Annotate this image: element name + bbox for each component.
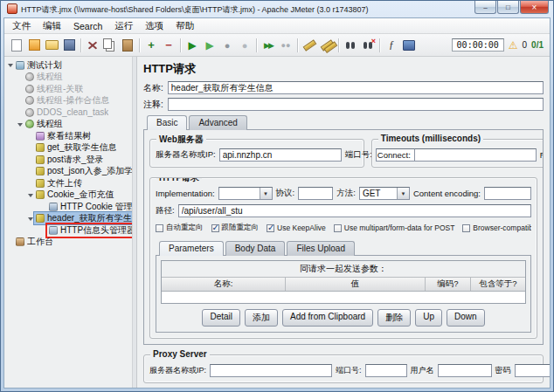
implementation-select[interactable]: ▼ (218, 187, 273, 200)
tab-files-upload[interactable]: Files Upload (287, 241, 355, 256)
minimize-button[interactable]: – (474, 1, 496, 14)
remote-stop-all-icon[interactable]: ●● (277, 37, 294, 53)
tab-body-data[interactable]: Body Data (225, 241, 286, 256)
clear-icon[interactable] (301, 37, 318, 53)
tree-item-workbench[interactable]: 工作台 (4, 237, 132, 249)
tree-item-thread-group-caozuo[interactable]: 线程组-操作合信息 (4, 95, 132, 107)
column-encode[interactable]: 编码? (426, 278, 471, 291)
browser-compatible-headers-checkbox[interactable]: Browser-compatible headers (462, 224, 531, 232)
content-encoding-input[interactable] (484, 187, 531, 200)
tree-item-view-results-tree[interactable]: 察看结果树 (4, 130, 132, 142)
follow-redirects-checkbox[interactable]: 跟随重定向 (211, 223, 260, 233)
parameters-table-body[interactable] (162, 292, 525, 303)
tree-item-test-plan[interactable]: 测试计划 (4, 59, 132, 72)
menu-options[interactable]: 选项 (139, 19, 170, 33)
new-file-icon[interactable] (8, 37, 25, 53)
http-sampler-icon (36, 214, 45, 223)
titlebar[interactable]: HTTP请求.jmx (\\vmware-host\Shared Folders… (3, 1, 551, 17)
column-value[interactable]: 值 (286, 278, 426, 291)
jmeter-window: HTTP请求.jmx (\\vmware-host\Shared Folders… (0, 0, 554, 392)
toolbar-separator (139, 38, 140, 52)
tree-item-http-header-manager[interactable]: HTTP信息头管理器 (4, 224, 132, 237)
tab-basic[interactable]: Basic (147, 115, 187, 130)
delete-button[interactable]: 删除 (377, 309, 411, 327)
function-helper-icon[interactable]: ƒ (383, 37, 400, 53)
start-icon[interactable]: ▶ (184, 37, 201, 53)
connect-timeout-input[interactable] (414, 148, 537, 162)
templates-icon[interactable] (25, 37, 43, 53)
tree-item-ddos-clean-task[interactable]: DDOS_clean_task (4, 107, 132, 119)
clear-all-icon[interactable] (318, 37, 336, 53)
add-from-clipboard-button[interactable]: Add from Clipboard (282, 309, 373, 327)
menu-file[interactable]: 文件 (6, 19, 37, 33)
server-name-label: 服务器名称或IP: (156, 149, 216, 161)
tree-item-file-upload[interactable]: 文件上传 (4, 177, 132, 189)
tree-item-label: get_获取学生信息 (47, 141, 116, 154)
toolbar-separator (256, 38, 257, 52)
method-select[interactable]: GET ▼ (359, 187, 410, 200)
detail-button[interactable]: Detail (202, 309, 240, 327)
name-input[interactable] (168, 81, 544, 94)
maximize-button[interactable]: □ (497, 1, 519, 14)
paste-icon[interactable] (119, 37, 136, 53)
copy-icon[interactable] (101, 37, 119, 53)
path-input[interactable] (178, 204, 531, 217)
proxy-port-input[interactable] (365, 364, 407, 377)
server-name-input[interactable] (219, 148, 342, 162)
up-button[interactable]: Up (415, 309, 442, 327)
redirect-automatically-checkbox[interactable]: 自动重定向 (156, 223, 204, 233)
tree-expand-handle[interactable] (26, 214, 34, 224)
proxy-server-title: Proxy Server (150, 349, 210, 359)
tree-item-thread-group-active[interactable]: 线程组 (4, 119, 132, 131)
tree-expand-handle[interactable] (6, 60, 14, 70)
proxy-username-input[interactable] (438, 364, 492, 377)
collapse-all-icon[interactable]: − (160, 37, 177, 53)
protocol-input[interactable] (298, 187, 333, 200)
tab-advanced[interactable]: Advanced (189, 115, 246, 130)
chevron-down-icon[interactable]: ▼ (260, 188, 272, 199)
remote-start-all-icon[interactable]: ▶▶ (260, 37, 277, 53)
tree-item-header-get-all-students[interactable]: header_获取所有学生信息 (4, 213, 132, 225)
cut-icon[interactable] (84, 37, 101, 53)
column-name[interactable]: 名称: (162, 278, 286, 291)
search-reset-icon[interactable] (359, 37, 377, 53)
shutdown-icon[interactable]: ● (236, 37, 253, 53)
help-icon[interactable] (400, 37, 418, 53)
http-sampler-icon (36, 167, 45, 175)
start-no-pauses-icon[interactable]: ▶ (201, 37, 218, 53)
tree-expand-handle[interactable] (16, 120, 24, 129)
comments-input[interactable] (168, 98, 544, 111)
tree-item-cookie-recharge[interactable]: Cookie_金币充值 (4, 189, 132, 202)
tree-item-http-cookie-manager[interactable]: HTTP Cookie 管理器 (4, 201, 132, 213)
tree-item-thread-group-guanlian[interactable]: 线程组-关联 (4, 83, 132, 95)
app-icon (7, 3, 17, 14)
use-keepalive-checkbox[interactable]: Use KeepAlive (267, 224, 326, 232)
tree-item-post-json-add-student[interactable]: post_json入参_添加学生信息 (4, 166, 132, 178)
menu-search[interactable]: Search (67, 20, 108, 32)
proxy-password-input[interactable] (515, 364, 550, 377)
menu-run[interactable]: 运行 (108, 19, 139, 33)
add-button[interactable]: 添加 (245, 309, 278, 327)
tab-parameters[interactable]: Parameters (159, 241, 224, 256)
close-button[interactable]: × (520, 1, 549, 14)
open-file-icon[interactable] (43, 37, 60, 53)
save-icon[interactable] (60, 37, 78, 53)
down-button[interactable]: Down (447, 309, 485, 327)
menu-edit[interactable]: 编辑 (37, 19, 67, 33)
log-warning-icon[interactable]: ⚠ (509, 40, 518, 51)
tree-item-thread-group-disabled[interactable]: 线程组 (4, 72, 132, 84)
multipart-form-data-checkbox[interactable]: Use multipart/form-data for POST (334, 224, 455, 232)
proxy-host-input[interactable] (210, 364, 332, 377)
expand-all-icon[interactable]: + (142, 37, 160, 53)
chevron-down-icon[interactable]: ▼ (397, 188, 409, 199)
tree-item-post-login[interactable]: post请求_登录 (4, 154, 132, 166)
stop-icon[interactable]: ● (218, 37, 236, 53)
tree-item-label: 线程组-操作合信息 (37, 94, 109, 107)
toolbar-separator (80, 38, 81, 52)
tree-item-get-students[interactable]: get_获取学生信息 (4, 142, 132, 155)
search-icon[interactable] (342, 37, 359, 53)
http-sampler-icon (36, 179, 45, 188)
tree-expand-handle[interactable] (26, 190, 34, 200)
column-include-equals[interactable]: 包含等于? (471, 278, 525, 291)
menu-help[interactable]: 帮助 (170, 19, 200, 33)
